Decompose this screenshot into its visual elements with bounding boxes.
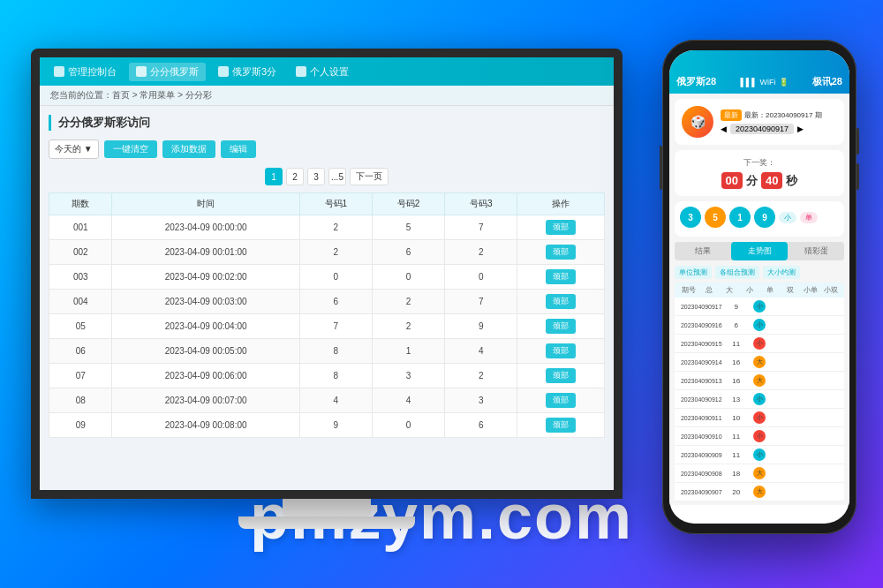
cell-time: 2023-04-09 00:06:00 [112, 364, 299, 388]
phone-title-left: 俄罗斯28 [676, 75, 716, 88]
phone-title-right: 极讯28 [812, 75, 842, 88]
detail-button[interactable]: 颈部 [546, 418, 576, 433]
monitor-screen: 管理控制台 分分俄罗斯 俄罗斯3分 个人设置 您当前的位置：首页 > 常用菜单 … [31, 49, 623, 499]
ball-3: 1 [729, 207, 751, 228]
ball-1: 3 [680, 207, 701, 228]
hist-total: 10 [725, 414, 748, 422]
nav-admin[interactable]: 管理控制台 [47, 63, 124, 81]
ph-big: 大 [719, 285, 739, 295]
page-dots[interactable]: ...5 [328, 168, 346, 185]
countdown-min: 00 [721, 172, 743, 189]
page-1[interactable]: 1 [265, 168, 283, 185]
cell-time: 2023-04-09 00:07:00 [112, 388, 299, 413]
prev-icon[interactable]: ◀ [721, 124, 727, 133]
detail-button[interactable]: 颈部 [546, 368, 576, 383]
hist-period: 202304090913 [678, 378, 725, 384]
phone-wrapper: 俄罗斯28 ▌▌▌ WiFi 🔋 极讯28 🎲 最新 [662, 40, 857, 534]
battery-icon: 🔋 [779, 78, 789, 87]
date-select[interactable]: 今天的 ▼ [49, 139, 99, 159]
nav-fenfen[interactable]: 分分俄罗斯 [129, 63, 206, 81]
cell-action: 颈部 [517, 215, 605, 240]
hist-tags: 大 [748, 356, 771, 368]
hist-total: 11 [725, 340, 748, 348]
nav-e3[interactable]: 俄罗斯3分 [211, 63, 283, 81]
history-row: 202304090917 9 小 [675, 298, 844, 316]
cell-time: 2023-04-09 00:04:00 [112, 314, 299, 339]
toolbar: 今天的 ▼ 一键清空 添加数据 编辑 [49, 139, 605, 159]
next-page[interactable]: 下一页 [350, 168, 389, 185]
cell-n3: 3 [445, 388, 517, 413]
tag-badge: 小 [753, 430, 766, 442]
admin-icon [54, 66, 64, 77]
nav-admin-label: 管理控制台 [68, 65, 117, 79]
detail-button[interactable]: 颈部 [546, 319, 576, 334]
edit-button[interactable]: 编辑 [221, 140, 256, 158]
lottery-info: 🎲 最新 最新：202304090917 期 ◀ 202304090917 ▶ [675, 99, 844, 145]
monitor-stand [283, 499, 371, 516]
tag-badge: 小 [753, 300, 766, 313]
hist-total: 16 [725, 377, 748, 385]
hist-tags: 小 [748, 411, 771, 424]
history-row: 202304090916 6 小 [675, 316, 844, 335]
subtab-single[interactable]: 单位预测 [675, 266, 712, 279]
table-row: 09 2023-04-09 00:08:00 9 0 6 颈部 [49, 413, 605, 438]
detail-button[interactable]: 颈部 [546, 245, 576, 260]
countdown-label: 下一奖： [682, 157, 837, 169]
cell-n1: 4 [299, 388, 372, 413]
hist-tags: 小 [748, 430, 771, 442]
cell-n2: 2 [372, 290, 444, 314]
tab-predict[interactable]: 猜彩蛋 [788, 242, 844, 260]
cell-time: 2023-04-09 00:02:00 [112, 265, 299, 290]
pagination: 1 2 3 ...5 下一页 [49, 168, 605, 185]
hist-tags: 小 [748, 337, 771, 350]
latest-period: 最新：202304090917 期 [744, 110, 822, 120]
clear-button[interactable]: 一键清空 [104, 140, 157, 158]
pred-header: 期号 总 大 小 单 双 小单 小双 [675, 283, 844, 298]
nav-settings-label: 个人设置 [310, 65, 349, 79]
tab-trend[interactable]: 走势图 [731, 242, 788, 260]
ph-small-double: 小双 [820, 285, 841, 295]
cell-n3: 2 [445, 240, 517, 265]
cell-time: 2023-04-09 00:05:00 [112, 339, 299, 364]
page-2[interactable]: 2 [286, 168, 304, 185]
tab-result[interactable]: 结果 [675, 242, 731, 260]
ph-odd: 单 [759, 285, 780, 295]
tag-badge: 小 [753, 319, 766, 331]
detail-button[interactable]: 颈部 [546, 269, 576, 284]
cell-time: 2023-04-09 00:00:00 [112, 215, 299, 240]
cell-period: 06 [49, 339, 112, 364]
hist-period: 202304090915 [678, 341, 725, 347]
detail-button[interactable]: 颈部 [546, 220, 576, 235]
period-select[interactable]: 202304090917 [730, 124, 794, 134]
nav-settings[interactable]: 个人设置 [289, 63, 356, 81]
cell-n1: 6 [299, 290, 372, 314]
table-row: 001 2023-04-09 00:00:00 2 5 7 颈部 [49, 215, 605, 240]
cell-action: 颈部 [517, 290, 605, 314]
detail-button[interactable]: 颈部 [546, 393, 576, 408]
cell-n3: 9 [445, 314, 517, 339]
add-button[interactable]: 添加数据 [162, 140, 215, 158]
history-row: 202304090915 11 小 [675, 335, 844, 353]
table-row: 06 2023-04-09 00:05:00 8 1 4 颈部 [49, 339, 605, 364]
next-icon[interactable]: ▶ [797, 124, 804, 133]
countdown-sec-unit: 秒 [786, 173, 797, 189]
phone-inner: 俄罗斯28 ▌▌▌ WiFi 🔋 极讯28 🎲 最新 [669, 50, 849, 524]
hist-total: 11 [725, 433, 748, 441]
power-button[interactable] [660, 146, 662, 190]
cell-n1: 8 [299, 339, 372, 364]
page-3[interactable]: 3 [307, 168, 325, 185]
detail-button[interactable]: 颈部 [546, 343, 576, 358]
ph-double: 双 [780, 285, 800, 295]
cell-action: 颈部 [517, 314, 605, 339]
sub-tabs: 单位预测 各组合预测 大小约测 [675, 266, 844, 279]
subtab-combo[interactable]: 各组合预测 [715, 266, 759, 279]
hist-total: 18 [725, 470, 748, 478]
subtab-size[interactable]: 大小约测 [763, 266, 800, 279]
cell-period: 001 [49, 215, 112, 240]
vol-up-button[interactable] [857, 128, 859, 155]
col-header-n3: 号码3 [445, 193, 517, 215]
detail-button[interactable]: 颈部 [546, 294, 576, 309]
vol-down-button[interactable] [857, 163, 859, 190]
odd-badge: 单 [800, 212, 818, 223]
cell-action: 颈部 [517, 265, 605, 290]
